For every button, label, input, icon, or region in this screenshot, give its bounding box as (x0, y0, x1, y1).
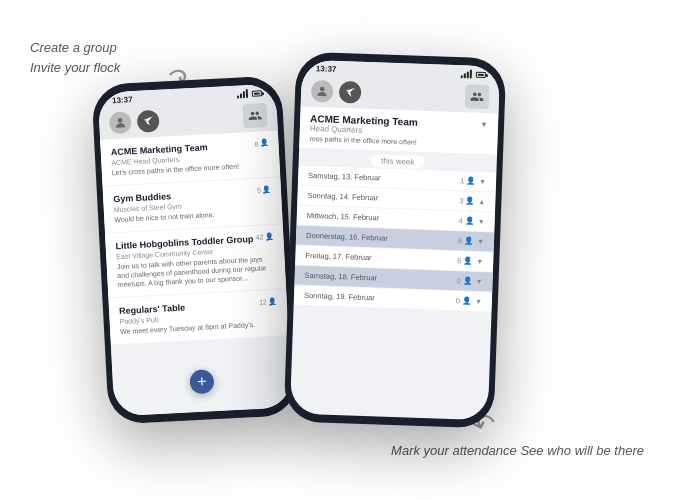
member-count-gym: 5 👤 (257, 186, 271, 195)
event-date-1: Sonntag, 14. Februar (307, 191, 378, 202)
phone-right-screen: 13:37 (290, 60, 500, 421)
event-count-3: 8 👤 ▼ (458, 236, 484, 246)
event-count-6: 0 👤 ▼ (456, 296, 482, 306)
phone-left: 13:37 (91, 75, 299, 424)
member-count-hobgoblins: 42 👤 (255, 233, 273, 242)
svg-point-1 (320, 87, 325, 92)
event-count-5: 0 👤 ▼ (456, 276, 482, 286)
group-header-right: ACME Marketing Team ▼ Head Quarters ross… (299, 107, 498, 155)
event-date-5: Samstag, 18. Februar (305, 271, 378, 283)
status-icons-left (237, 88, 262, 98)
phone-right: 13:37 (284, 51, 507, 428)
event-date-2: Mittwoch, 15. Februar (307, 211, 380, 223)
avatar-left[interactable] (109, 111, 132, 134)
group-item-gym[interactable]: Gym Buddies 5 👤 Muscles of Steel Gym Wou… (103, 177, 283, 232)
time-left: 13:37 (112, 95, 133, 105)
dropdown-chevron[interactable]: ▼ (480, 120, 488, 129)
avatar-right[interactable] (311, 80, 334, 103)
event-date-3: Donnerstag, 16. Februar (306, 231, 388, 243)
add-group-button-left[interactable] (242, 103, 267, 128)
event-date-4: Freitag, 17. Februar (305, 251, 372, 262)
event-date-0: Samstag, 13. Februar (308, 171, 381, 183)
member-count-regulars: 12 👤 (259, 298, 277, 307)
time-right: 13:37 (316, 64, 337, 74)
event-count-0: 1 👤 ▼ (460, 176, 486, 186)
event-count-1: 3 👤 ▲ (459, 196, 485, 206)
member-count-acme: 8 👤 (254, 139, 268, 148)
add-group-button-right[interactable] (465, 84, 490, 109)
annotation-top: Create a groupInvite your flock (30, 38, 120, 77)
event-list-right: Samstag, 13. Februar 1 👤 ▼ Sonntag, 14. … (290, 166, 497, 421)
group-item-acme[interactable]: ACME Marketing Team 8 👤 ACME Head Quarte… (100, 130, 280, 185)
status-icons-right (461, 69, 486, 79)
event-date-6: Sonntag, 19. Februar (304, 291, 375, 302)
event-count-2: 4 👤 ▼ (458, 216, 484, 226)
event-count-4: 6 👤 ▼ (457, 256, 483, 266)
group-item-hobgoblins[interactable]: Little Hobgoblins Toddler Group 42 👤 Eas… (105, 224, 286, 297)
group-item-regulars[interactable]: Regulars' Table 12 👤 Paddy's Pub We meet… (108, 289, 288, 344)
annotation-bottom: Mark your attendance See who will be the… (391, 441, 644, 461)
bird-icon-left[interactable] (137, 110, 160, 133)
svg-point-0 (118, 118, 123, 123)
bird-icon-right[interactable] (339, 81, 362, 104)
phone-left-screen: 13:37 (98, 84, 293, 417)
